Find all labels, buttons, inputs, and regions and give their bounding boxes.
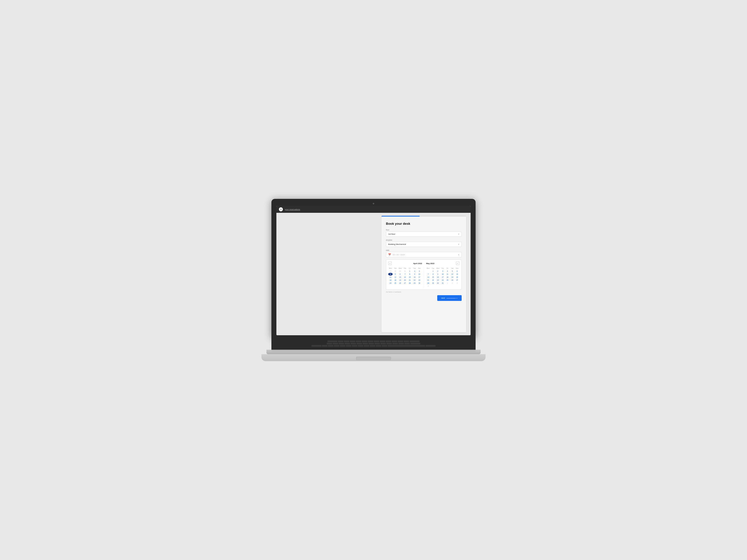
- cal-day[interactable]: 28: [388, 270, 393, 272]
- cal-day[interactable]: 16: [436, 276, 440, 278]
- cal-day[interactable]: 24: [440, 279, 445, 282]
- calendar-header: ‹ April 2022 May 2022 ›: [388, 262, 459, 265]
- cal-day[interactable]: 15: [407, 276, 412, 278]
- cal-day[interactable]: 23: [417, 279, 421, 282]
- key: [368, 341, 373, 342]
- cal-day[interactable]: 8: [431, 273, 435, 275]
- screen-content: Book your desk floor 1st floor ∨ dicipli…: [276, 213, 471, 335]
- key: [344, 343, 350, 344]
- key: [404, 341, 409, 342]
- cal-day[interactable]: 25: [445, 279, 450, 282]
- cal-day[interactable]: 19: [450, 276, 455, 278]
- cal-day[interactable]: 29: [393, 270, 397, 272]
- trackpad[interactable]: [356, 357, 391, 360]
- cal-day[interactable]: 10: [417, 273, 421, 275]
- cal-day[interactable]: 27: [455, 279, 459, 282]
- cal-day[interactable]: 2: [412, 270, 417, 272]
- may-title: May 2022: [426, 262, 434, 265]
- cal-day[interactable]: 20: [455, 276, 459, 278]
- cal-day[interactable]: 22: [431, 279, 435, 282]
- cal-day[interactable]: 31: [440, 282, 445, 285]
- cal-day[interactable]: 22: [412, 279, 417, 282]
- cal-day[interactable]: 18: [393, 279, 397, 282]
- cal-day[interactable]: 29: [412, 282, 417, 285]
- cal-day[interactable]: 2: [450, 282, 455, 285]
- cal-day[interactable]: 6: [398, 273, 403, 275]
- cal-day[interactable]: 25: [393, 282, 397, 285]
- cal-day[interactable]: 1: [407, 270, 412, 272]
- cal-day[interactable]: 29: [431, 282, 435, 285]
- key: [370, 345, 375, 347]
- cal-day[interactable]: 14: [403, 276, 407, 278]
- cal-day[interactable]: 30: [436, 282, 440, 285]
- cal-day[interactable]: 1: [431, 270, 435, 272]
- screen-left: [281, 216, 382, 332]
- cal-day[interactable]: 17: [440, 276, 445, 278]
- cal-day[interactable]: 17: [417, 276, 421, 278]
- cal-day[interactable]: 24: [388, 282, 393, 285]
- key: [346, 345, 351, 347]
- discipline-select[interactable]: Building Mechanical ∨: [386, 242, 462, 247]
- cal-day[interactable]: 12: [450, 273, 455, 275]
- cal-day[interactable]: 15: [431, 276, 435, 278]
- cal-day[interactable]: 4: [445, 270, 450, 272]
- cal-day[interactable]: 21: [426, 279, 431, 282]
- cal-day[interactable]: 23: [436, 279, 440, 282]
- cal-day[interactable]: 28: [426, 282, 431, 285]
- cal-day[interactable]: 8: [407, 273, 412, 275]
- cal-day[interactable]: 3: [440, 270, 445, 272]
- cal-day[interactable]: 13: [455, 273, 459, 275]
- cal-day[interactable]: 5: [450, 270, 455, 272]
- cal-day[interactable]: 31: [403, 270, 407, 272]
- cal-day[interactable]: 13: [398, 276, 403, 278]
- next-btn-label: next: [441, 297, 445, 299]
- discipline-label: dicipline: [386, 239, 462, 241]
- cal-day[interactable]: 26: [450, 279, 455, 282]
- cal-day[interactable]: 2: [436, 270, 440, 272]
- key: [358, 345, 363, 347]
- cal-day[interactable]: 11: [445, 273, 450, 275]
- cal-prev-button[interactable]: ‹: [388, 262, 392, 265]
- may-header-mon: Mon: [426, 267, 431, 270]
- cal-day[interactable]: 4: [426, 285, 431, 288]
- april-header-sat: Sat: [412, 267, 417, 270]
- cal-day[interactable]: 3: [417, 270, 421, 272]
- cal-day-selected[interactable]: 4: [388, 273, 393, 275]
- cal-day[interactable]: 26: [398, 282, 403, 285]
- cal-day[interactable]: 19: [398, 279, 403, 282]
- cal-day[interactable]: 14: [426, 276, 431, 278]
- booking-form-card: Book your desk floor 1st floor ∨ dicipli…: [382, 216, 466, 332]
- cal-day[interactable]: 30: [417, 282, 421, 285]
- cal-day[interactable]: 12: [393, 276, 397, 278]
- next-button[interactable]: next ————→: [437, 295, 462, 301]
- cal-day[interactable]: 20: [403, 279, 407, 282]
- discipline-field-group: dicipline Building Mechanical ∨: [386, 239, 462, 247]
- laptop-base: [261, 354, 486, 361]
- cal-day[interactable]: 10: [440, 273, 445, 275]
- cal-day[interactable]: 16: [412, 276, 417, 278]
- key: [410, 341, 419, 342]
- may-calendar: Mon Tue Wed Thu Fri Sat Sun 1: [426, 267, 460, 288]
- date-input[interactable]: 📅 .00 / 00 / 0000 ∧: [386, 252, 462, 257]
- cal-day[interactable]: 7: [403, 273, 407, 275]
- cal-day[interactable]: 5: [393, 273, 397, 275]
- may-header-fri: Fri: [445, 267, 450, 270]
- cal-day[interactable]: 30: [398, 270, 403, 272]
- cal-day[interactable]: 1: [445, 282, 450, 285]
- cal-day[interactable]: 18: [445, 276, 450, 278]
- cal-day[interactable]: 3: [455, 282, 459, 285]
- floor-select[interactable]: 1st floor ∨: [386, 232, 462, 237]
- cal-next-button[interactable]: ›: [456, 262, 459, 265]
- cal-day[interactable]: 21: [407, 279, 412, 282]
- cal-day[interactable]: 9: [412, 273, 417, 275]
- key: [375, 343, 380, 344]
- cal-day[interactable]: 7: [426, 273, 431, 275]
- cal-day[interactable]: 18: [388, 279, 393, 282]
- cal-day[interactable]: 28: [407, 282, 412, 285]
- nav-reservations-link[interactable]: your reservations: [285, 208, 300, 211]
- cal-day[interactable]: 9: [436, 273, 440, 275]
- key: [362, 341, 367, 342]
- cal-day[interactable]: 6: [455, 270, 459, 272]
- cal-day[interactable]: 11: [388, 276, 393, 278]
- cal-day[interactable]: 27: [403, 282, 407, 285]
